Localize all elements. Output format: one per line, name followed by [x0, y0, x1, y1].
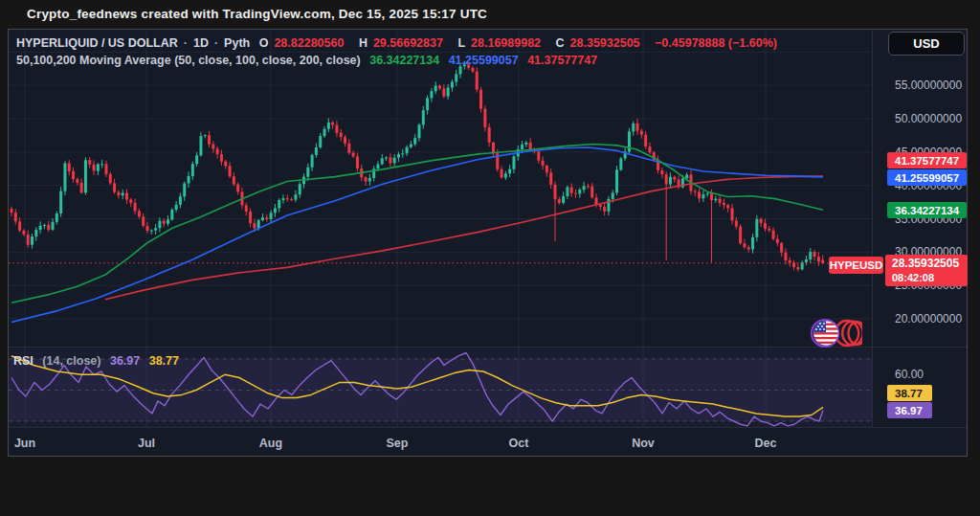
- ohlc-high: H29.56692837: [359, 36, 449, 50]
- ma100-value: 41.25599057: [449, 54, 519, 67]
- ma50-value: 36.34227134: [369, 54, 439, 67]
- legend-separator: ·: [214, 36, 218, 50]
- attribution-text: Crypto_feednews created with TradingView…: [27, 7, 487, 21]
- symbol-price-tag: HYPEUSD: [829, 257, 883, 274]
- legend-separator: ·: [184, 36, 188, 50]
- price-axis[interactable]: 55.0000000050.0000000045.0000000040.0000…: [873, 30, 968, 427]
- price-tick-label: 55.00000000: [895, 79, 962, 92]
- ma100-line: [11, 147, 823, 323]
- month-label: Dec: [746, 437, 785, 450]
- ma50-axis-label: 36.34227134: [887, 202, 967, 218]
- ma-indicator-title[interactable]: 50,100,200 Moving Average (50, close, 10…: [16, 54, 361, 67]
- month-label: Aug: [252, 437, 290, 450]
- ma200-axis-label: 41.37577747: [887, 152, 967, 168]
- currency-toggle-button[interactable]: USD: [888, 32, 965, 56]
- ma200-value: 41.37577747: [527, 54, 597, 67]
- price-tick-label: 50.00000000: [895, 112, 962, 125]
- symbol-legend[interactable]: HYPERLIQUID / US DOLLAR·1D·Pyth O28.8228…: [16, 36, 783, 50]
- rsi-tick-label: 60.00: [895, 368, 924, 381]
- rsi-title[interactable]: RSI: [13, 354, 33, 368]
- rsi-legend[interactable]: RSI (14, close) 36.97 38.77: [13, 354, 185, 368]
- rsi-ma-value: 38.77: [149, 354, 179, 368]
- ohlc-close: C28.35932505: [556, 36, 646, 50]
- ma50-line: [11, 145, 823, 303]
- last-price-axis-label: 28.35932505 08:42:08: [885, 255, 968, 286]
- us-flag-replay-icon[interactable]: [809, 317, 862, 353]
- month-label: Nov: [624, 437, 662, 450]
- rsi-value: 36.97: [110, 354, 140, 368]
- month-label: Oct: [500, 437, 538, 450]
- ma100-axis-label: 41.25599057: [887, 169, 967, 186]
- interval-label[interactable]: 1D: [193, 36, 209, 50]
- footer-bar: TradingView: [0, 458, 980, 516]
- symbol-title[interactable]: HYPERLIQUID / US DOLLAR: [16, 36, 178, 50]
- ohlc-open: O28.82280560: [259, 36, 350, 50]
- month-label: Jul: [127, 437, 166, 450]
- month-label: Sep: [378, 437, 416, 450]
- ohlc-low: L28.16989982: [457, 36, 546, 50]
- rsi-axis-label: 36.97: [887, 402, 932, 418]
- last-price-value: 28.35932505: [892, 257, 968, 271]
- provider-label: Pyth: [224, 36, 250, 50]
- attribution-bar: Crypto_feednews created with TradingView…: [0, 0, 980, 29]
- month-label: Jun: [6, 437, 44, 450]
- ma-legend[interactable]: 50,100,200 Moving Average (50, close, 10…: [16, 54, 603, 67]
- time-axis[interactable]: JunJulAugSepOctNovDec: [9, 428, 872, 457]
- change-value: −0.45978888 (−1.60%): [655, 36, 777, 50]
- price-tick-label: 20.00000000: [895, 312, 962, 325]
- candles-layer: [11, 61, 825, 272]
- rsi-ma-axis-label: 38.77: [887, 385, 932, 401]
- bar-countdown: 08:42:08: [892, 271, 968, 285]
- rsi-params: (14, close): [42, 354, 100, 368]
- ma200-line: [105, 176, 823, 300]
